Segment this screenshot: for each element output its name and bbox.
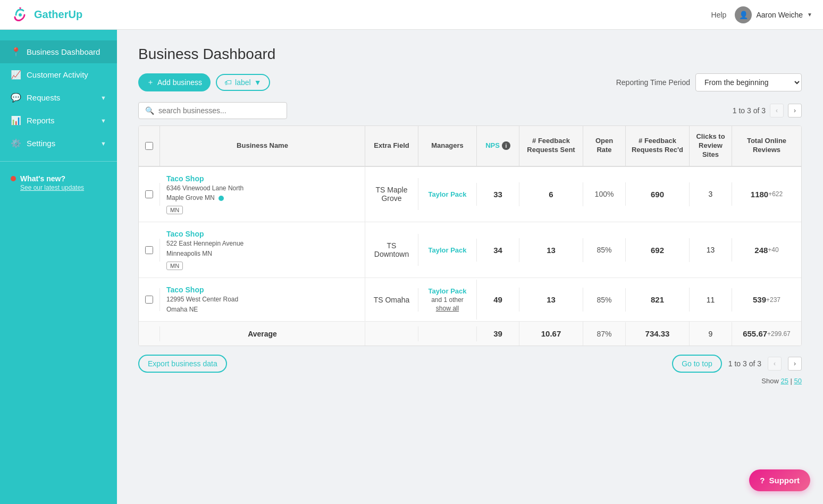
prev-page-button[interactable]: ‹ bbox=[770, 104, 784, 117]
footer-right: Go to top 1 to 3 of 3 ‹ › bbox=[672, 355, 802, 373]
avg-nps: 39 bbox=[477, 322, 519, 346]
help-link[interactable]: Help bbox=[711, 11, 727, 19]
row1-status-dot bbox=[219, 196, 224, 201]
plus-icon: ＋ bbox=[147, 78, 154, 87]
footer-next-button[interactable]: › bbox=[788, 357, 802, 371]
th-feedback-recd: # Feedback Requests Rec'd bbox=[626, 126, 690, 166]
row3-show-all-link[interactable]: show all bbox=[436, 305, 459, 312]
row1-open-rate: 100% bbox=[583, 182, 626, 206]
sidebar-item-business-dashboard[interactable]: 📍 Business Dashboard bbox=[0, 40, 117, 63]
row1-extra-field: TS Maple Grove bbox=[365, 178, 418, 210]
label-button[interactable]: 🏷 label ▼ bbox=[216, 74, 270, 91]
row1-name-link[interactable]: Taco Shop bbox=[166, 174, 204, 183]
reporting-label: Reporting Time Period bbox=[616, 78, 690, 87]
table-header: Business Name Extra Field Managers NPS i… bbox=[139, 126, 801, 167]
row1-business-name: Taco Shop 6346 Vinewood Lane North Maple… bbox=[160, 167, 365, 222]
row2-checkbox bbox=[139, 239, 160, 262]
row1-clicks: 3 bbox=[690, 182, 732, 206]
row1-city-state: Maple Grove MN bbox=[166, 194, 224, 203]
row3-select-checkbox[interactable] bbox=[145, 296, 153, 304]
row1-total-reviews: 1180 +622 bbox=[732, 182, 801, 206]
search-icon: 🔍 bbox=[145, 106, 154, 115]
sidebar-item-label: Business Dashboard bbox=[27, 47, 100, 56]
logo[interactable]: GatherUp bbox=[11, 5, 82, 24]
footer-pagination-text: 1 to 3 of 3 bbox=[728, 359, 761, 368]
nps-info-icon: i bbox=[502, 141, 510, 150]
sidebar-item-customer-activity[interactable]: 📈 Customer Activity bbox=[0, 63, 117, 86]
sidebar-item-requests[interactable]: 💬 Requests ▼ bbox=[0, 86, 117, 109]
pagination-info: 1 to 3 of 3 ‹ › bbox=[733, 104, 802, 117]
chevron-right-icon: ▼ bbox=[100, 117, 106, 124]
row1-address: 6346 Vinewood Lane North bbox=[166, 184, 243, 193]
row3-name-link[interactable]: Taco Shop bbox=[166, 285, 204, 294]
row2-clicks: 13 bbox=[690, 238, 732, 262]
search-input[interactable] bbox=[158, 106, 280, 115]
row3-feedback-recd: 821 bbox=[626, 288, 690, 312]
avg-total-reviews: 655.67 +299.67 bbox=[732, 322, 801, 346]
row2-feedback-recd: 692 bbox=[626, 238, 690, 262]
toolbar-left: ＋ Add business 🏷 label ▼ bbox=[138, 73, 270, 91]
support-icon: ? bbox=[760, 476, 765, 485]
location-icon: 📍 bbox=[11, 47, 21, 57]
row3-manager-link[interactable]: Taylor Pack bbox=[428, 287, 466, 295]
th-nps[interactable]: NPS i bbox=[477, 126, 519, 166]
logo-text: GatherUp bbox=[34, 9, 82, 21]
layout: 📍 Business Dashboard 📈 Customer Activity… bbox=[0, 30, 823, 504]
toolbar-right: Reporting Time Period From the beginning… bbox=[616, 73, 802, 91]
sidebar-item-label: Reports bbox=[27, 116, 55, 125]
sidebar-divider bbox=[0, 161, 117, 162]
time-period-select[interactable]: From the beginning Last 7 days Last 30 d… bbox=[695, 73, 802, 91]
row1-feedback-sent: 6 bbox=[519, 182, 583, 206]
row3-feedback-sent: 13 bbox=[519, 288, 583, 312]
th-business-name: Business Name bbox=[160, 126, 365, 166]
chevron-right-icon: ▼ bbox=[100, 140, 106, 147]
row2-nps: 34 bbox=[477, 238, 519, 262]
add-business-button[interactable]: ＋ Add business bbox=[138, 73, 211, 91]
search-box: 🔍 bbox=[138, 102, 287, 119]
topnav-right: Help 👤 Aaron Weiche ▼ bbox=[711, 6, 812, 23]
row1-manager: Taylor Pack bbox=[418, 183, 477, 206]
reports-icon: 📊 bbox=[11, 115, 21, 125]
select-all-checkbox[interactable] bbox=[145, 142, 153, 150]
whats-new-link[interactable]: See our latest updates bbox=[20, 184, 106, 191]
avg-label-cell: Average bbox=[160, 322, 365, 346]
avg-manager bbox=[418, 326, 477, 341]
user-area[interactable]: 👤 Aaron Weiche ▼ bbox=[735, 6, 812, 23]
gear-icon: ⚙️ bbox=[11, 138, 21, 148]
footer-prev-button[interactable]: ‹ bbox=[768, 357, 782, 371]
sidebar-item-settings[interactable]: ⚙️ Settings ▼ bbox=[0, 132, 117, 155]
row3-manager: Taylor Pack and 1 other show all bbox=[418, 280, 477, 320]
search-row: 🔍 1 to 3 of 3 ‹ › bbox=[138, 102, 802, 119]
table-row: Taco Shop 6346 Vinewood Lane North Maple… bbox=[139, 167, 801, 223]
th-checkbox bbox=[139, 126, 160, 166]
whats-new-title: What's new? bbox=[11, 174, 106, 183]
row1-nps: 33 bbox=[477, 182, 519, 206]
show-50-link[interactable]: 50 bbox=[794, 377, 802, 385]
row3-business-name: Taco Shop 12995 West Center Road Omaha N… bbox=[160, 278, 365, 322]
row2-manager-link[interactable]: Taylor Pack bbox=[428, 246, 466, 254]
topnav: GatherUp Help 👤 Aaron Weiche ▼ bbox=[0, 0, 823, 30]
th-open-rate: Open Rate bbox=[583, 126, 626, 166]
row3-clicks: 11 bbox=[690, 288, 732, 312]
show-25-link[interactable]: 25 bbox=[780, 377, 788, 385]
average-row: Average 39 10.67 87% 734.33 9 bbox=[139, 322, 801, 346]
next-page-button[interactable]: › bbox=[788, 104, 802, 117]
support-button[interactable]: ? Support bbox=[749, 469, 810, 491]
sidebar-item-reports[interactable]: 📊 Reports ▼ bbox=[0, 109, 117, 132]
logo-icon bbox=[11, 5, 30, 24]
row2-extra-field: TS Downtown bbox=[365, 234, 418, 266]
th-total-reviews: Total Online Reviews bbox=[732, 126, 801, 166]
row2-select-checkbox[interactable] bbox=[145, 246, 153, 254]
row2-business-name: Taco Shop 522 East Hennepin Avenue Minne… bbox=[160, 222, 365, 278]
row1-manager-link[interactable]: Taylor Pack bbox=[428, 190, 466, 198]
table-row: Taco Shop 522 East Hennepin Avenue Minne… bbox=[139, 222, 801, 278]
row1-select-checkbox[interactable] bbox=[145, 190, 153, 198]
table-row: Taco Shop 12995 West Center Road Omaha N… bbox=[139, 278, 801, 322]
pagination-text: 1 to 3 of 3 bbox=[733, 106, 766, 115]
sidebar: 📍 Business Dashboard 📈 Customer Activity… bbox=[0, 30, 117, 504]
goto-top-button[interactable]: Go to top bbox=[672, 355, 722, 373]
row1-badge: MN bbox=[166, 206, 183, 214]
export-button[interactable]: Export business data bbox=[138, 355, 227, 373]
row2-name-link[interactable]: Taco Shop bbox=[166, 230, 204, 238]
user-name: Aaron Weiche bbox=[756, 11, 803, 19]
